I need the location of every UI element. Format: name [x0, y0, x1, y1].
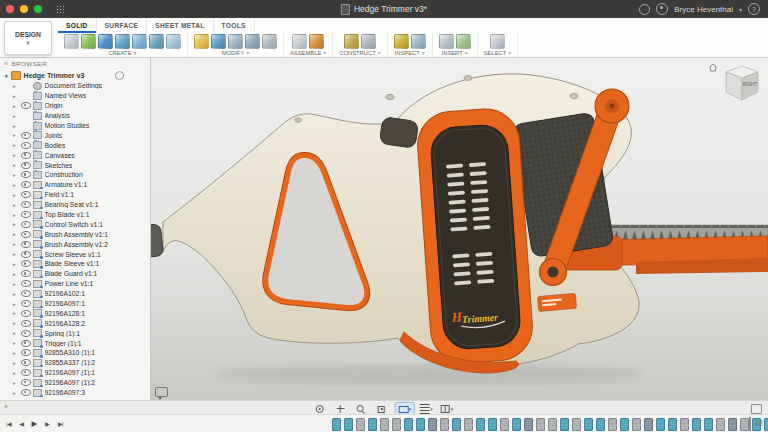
visibility-eye-icon[interactable]: [21, 369, 31, 376]
tree-row[interactable]: ▸ 92196A102:1: [0, 289, 150, 299]
timeline-playhead[interactable]: [749, 417, 751, 431]
disclosure-arrow-icon[interactable]: ▸: [13, 221, 18, 227]
timeline-feature-tick[interactable]: [620, 418, 629, 431]
tree-row[interactable]: ▸ Armature v1:1: [0, 180, 150, 190]
group-dropdown-create[interactable]: CREATE▾: [108, 49, 136, 56]
timeline-feature-tick[interactable]: [380, 418, 389, 431]
timeline-feature-tick[interactable]: [560, 418, 569, 431]
tree-row[interactable]: ▸ Motion Studies: [0, 121, 150, 131]
tree-row[interactable]: ▸ 92196A097:3: [0, 388, 150, 398]
visibility-eye-icon[interactable]: [21, 241, 31, 248]
timeline-feature-tick[interactable]: [500, 418, 509, 431]
visibility-eye-icon[interactable]: [21, 349, 31, 356]
nav-caret-icon[interactable]: ▾: [409, 406, 412, 412]
timeline-playback-button[interactable]: [29, 417, 40, 430]
disclosure-arrow-icon[interactable]: ▸: [13, 172, 18, 178]
visibility-eye-icon[interactable]: [21, 102, 31, 109]
visibility-eye-icon[interactable]: [21, 132, 31, 139]
visibility-eye-icon[interactable]: [21, 152, 31, 159]
timeline-feature-tick[interactable]: [740, 418, 749, 431]
timeline-playback-button[interactable]: [16, 417, 27, 430]
workspace-switcher[interactable]: DESIGN ▾: [4, 21, 52, 55]
tree-row[interactable]: ▸ Bearing Seat v1:1: [0, 200, 150, 210]
tree-row[interactable]: ▸ Blade Guard v1:1: [0, 269, 150, 279]
timeline-feature-tick[interactable]: [632, 418, 641, 431]
toolbar-icon[interactable]: [211, 34, 226, 49]
visibility-eye-icon[interactable]: [21, 320, 31, 327]
tree-row[interactable]: ▸ 92196A128:2: [0, 318, 150, 328]
timeline-feature-tick[interactable]: [356, 418, 365, 431]
toolbar-icon[interactable]: [194, 34, 209, 49]
root-status-icon[interactable]: [115, 71, 124, 80]
visibility-eye-icon[interactable]: [21, 389, 31, 396]
tree-row[interactable]: ▸ Document Settings: [0, 81, 150, 91]
disclosure-arrow-icon[interactable]: ▸: [13, 93, 18, 99]
panel-collapse-icon[interactable]: «: [4, 403, 8, 410]
viewcube-home-icon[interactable]: [709, 64, 717, 71]
toolbar-icon[interactable]: [228, 34, 243, 49]
workspace-tab[interactable]: SHEET METAL: [147, 18, 213, 33]
tree-row[interactable]: ▸ 92196A097 (1):2: [0, 378, 150, 388]
toolbar-icon[interactable]: [149, 34, 164, 49]
comments-icon[interactable]: [155, 387, 168, 397]
toolbar-icon[interactable]: [245, 34, 260, 49]
tree-row[interactable]: ▸ 92196A097 (1):1: [0, 368, 150, 378]
disclosure-arrow-icon[interactable]: ▸: [13, 301, 18, 307]
group-dropdown-construct[interactable]: CONSTRUCT▾: [339, 49, 380, 56]
timeline-feature-tick[interactable]: [668, 418, 677, 431]
timeline-feature-tick[interactable]: [476, 418, 485, 431]
lock-switch[interactable]: [379, 117, 418, 149]
timeline-playback-button[interactable]: [42, 417, 53, 430]
visibility-eye-icon[interactable]: [21, 310, 31, 317]
visibility-eye-icon[interactable]: [21, 171, 31, 178]
timeline-playback-button[interactable]: [55, 417, 66, 430]
timeline-feature-tick[interactable]: [608, 418, 617, 431]
visibility-eye-icon[interactable]: [21, 162, 31, 169]
timeline-options-icon[interactable]: ▤: [755, 419, 763, 427]
tree-row[interactable]: ▸ Trigger (1):1: [0, 338, 150, 348]
group-dropdown-select[interactable]: SELECT▾: [484, 49, 512, 56]
group-dropdown-assemble[interactable]: ASSEMBLE▾: [290, 49, 326, 56]
visibility-eye-icon[interactable]: [21, 330, 31, 337]
disclosure-arrow-icon[interactable]: ▸: [13, 202, 18, 208]
window-zoom-button[interactable]: [34, 5, 42, 13]
toolbar-icon[interactable]: [439, 34, 454, 49]
timeline-feature-tick[interactable]: [368, 418, 377, 431]
toolbar-icon[interactable]: [456, 34, 471, 49]
root-disclosure-icon[interactable]: ▾: [5, 73, 8, 79]
nav-caret-icon[interactable]: ▾: [430, 406, 433, 412]
visibility-eye-icon[interactable]: [21, 181, 31, 188]
toolbar-icon[interactable]: [411, 34, 426, 49]
timeline-feature-tick[interactable]: [332, 418, 341, 431]
timeline-feature-tick[interactable]: [548, 418, 557, 431]
toolbar-icon[interactable]: [115, 34, 130, 49]
toolbar-icon[interactable]: [309, 34, 324, 49]
timeline-feature-tick[interactable]: [704, 418, 713, 431]
tree-row[interactable]: ▸ 92855A310 (1):1: [0, 348, 150, 358]
tree-row[interactable]: ▸ 92855A337 (1):2: [0, 358, 150, 368]
timeline-feature-tick[interactable]: [764, 418, 768, 431]
toolbar-icon[interactable]: [490, 34, 505, 49]
timeline-feature-tick[interactable]: [524, 418, 533, 431]
disclosure-arrow-icon[interactable]: ▸: [13, 380, 18, 386]
toolbar-icon[interactable]: [132, 34, 147, 49]
group-dropdown-inspect[interactable]: INSPECT▾: [395, 49, 425, 56]
toolbar-icon[interactable]: [344, 34, 359, 49]
disclosure-arrow-icon[interactable]: ▸: [13, 123, 18, 129]
tree-row[interactable]: ▸ Control Switch v1:1: [0, 219, 150, 229]
toolbar-icon[interactable]: [98, 34, 113, 49]
disclosure-arrow-icon[interactable]: ▸: [13, 271, 18, 277]
timeline-feature-tick[interactable]: [536, 418, 545, 431]
vent-panel[interactable]: H Trimmer: [415, 107, 534, 366]
timeline-feature-tick[interactable]: [464, 418, 473, 431]
disclosure-arrow-icon[interactable]: ▸: [13, 132, 18, 138]
disclosure-arrow-icon[interactable]: ▸: [13, 291, 18, 297]
disclosure-arrow-icon[interactable]: ▸: [13, 83, 18, 89]
tree-row[interactable]: ▸ 92196A128:1: [0, 308, 150, 318]
tree-row[interactable]: ▸ Origin: [0, 101, 150, 111]
timeline-feature-tick[interactable]: [572, 418, 581, 431]
visibility-eye-icon[interactable]: [21, 340, 31, 347]
workspace-tab[interactable]: SOLID: [58, 18, 97, 33]
disclosure-arrow-icon[interactable]: ▸: [13, 241, 18, 247]
toolbar-icon[interactable]: [262, 34, 277, 49]
